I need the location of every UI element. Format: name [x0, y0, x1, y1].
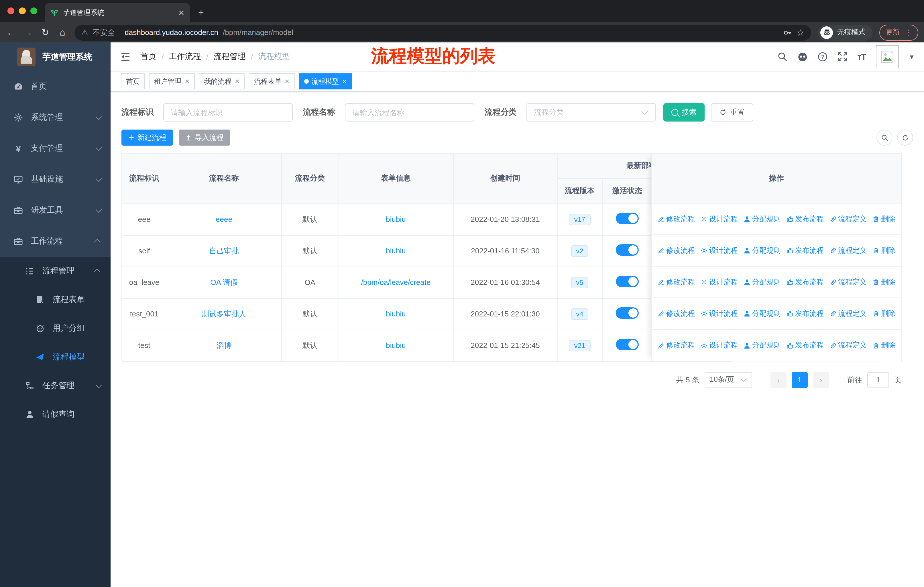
version-badge[interactable]: v2: [571, 245, 588, 256]
process-definition-link[interactable]: 流程定义: [830, 277, 867, 287]
browser-tab[interactable]: 芋道管理系统 ✕: [45, 3, 190, 22]
tag-tenant[interactable]: 租户管理 ✕: [149, 73, 195, 89]
search-button[interactable]: 搜索: [663, 103, 705, 122]
form-info-link[interactable]: biubiu: [386, 341, 406, 350]
version-badge[interactable]: v17: [569, 213, 591, 225]
current-page-button[interactable]: 1: [792, 372, 808, 388]
sidebar-item-home[interactable]: 首页: [0, 71, 111, 102]
close-tag-icon[interactable]: ✕: [185, 78, 190, 85]
update-chrome-button[interactable]: 更新 ⋮: [879, 24, 918, 40]
reset-button[interactable]: 重置: [711, 103, 753, 122]
sidebar-item-task-mgmt[interactable]: 任务管理: [0, 372, 111, 400]
assign-rule-link[interactable]: 分配规则: [744, 309, 781, 318]
publish-process-link[interactable]: 发布流程: [787, 341, 824, 350]
sidebar-item-infra[interactable]: 基础设施: [0, 164, 111, 195]
tag-home[interactable]: 首页: [121, 73, 145, 89]
caret-down-icon[interactable]: ▼: [909, 53, 915, 60]
prev-page-button[interactable]: ‹: [771, 372, 787, 388]
search-icon[interactable]: [777, 51, 787, 62]
sidebar-item-system[interactable]: 系统管理: [0, 102, 111, 133]
design-process-link[interactable]: 设计流程: [701, 214, 738, 224]
tag-my-process[interactable]: 我的流程 ✕: [199, 73, 244, 89]
delete-link[interactable]: 删除: [873, 341, 895, 350]
import-process-button[interactable]: 导入流程: [179, 129, 230, 146]
process-name-link[interactable]: 测试多审批人: [201, 309, 246, 318]
next-page-button[interactable]: ›: [813, 372, 829, 388]
font-size-icon[interactable]: ᴛT: [857, 52, 866, 61]
delete-link[interactable]: 删除: [873, 309, 895, 318]
active-status-toggle[interactable]: [616, 244, 639, 256]
edit-process-link[interactable]: 修改流程: [658, 341, 695, 350]
reload-icon[interactable]: ↻: [40, 27, 50, 38]
form-info-link[interactable]: biubiu: [386, 309, 406, 318]
publish-process-link[interactable]: 发布流程: [787, 277, 824, 287]
tag-process-form[interactable]: 流程表单 ✕: [249, 73, 295, 89]
close-tag-icon[interactable]: ✕: [342, 78, 347, 85]
tag-process-model-active[interactable]: 流程模型 ✕: [299, 73, 352, 89]
edit-process-link[interactable]: 修改流程: [658, 277, 695, 287]
menu-dots-icon[interactable]: ⋮: [904, 28, 912, 37]
active-status-toggle[interactable]: [616, 339, 639, 350]
sidebar-item-user-group[interactable]: 用户分组: [0, 314, 111, 343]
sidebar-item-leave-query[interactable]: 请假查询: [0, 400, 111, 429]
sidebar-item-process-model[interactable]: 流程模型: [0, 343, 111, 372]
process-name-link[interactable]: 自己审批: [209, 246, 239, 255]
minimize-window-button[interactable]: [19, 7, 26, 14]
maximize-window-button[interactable]: [30, 7, 37, 14]
design-process-link[interactable]: 设计流程: [701, 277, 738, 287]
delete-link[interactable]: 删除: [873, 246, 895, 255]
close-tag-icon[interactable]: ✕: [234, 78, 239, 85]
address-bar[interactable]: ⚠ 不安全 dashboard.yudao.iocoder.cn/bpm/man…: [74, 24, 811, 40]
design-process-link[interactable]: 设计流程: [701, 246, 738, 255]
publish-process-link[interactable]: 发布流程: [787, 214, 824, 224]
assign-rule-link[interactable]: 分配规则: [744, 277, 781, 287]
version-badge[interactable]: v5: [571, 276, 588, 288]
sidebar-item-devtools[interactable]: 研发工具: [0, 195, 111, 226]
process-id-input[interactable]: [163, 103, 293, 122]
process-definition-link[interactable]: 流程定义: [830, 246, 867, 255]
key-icon[interactable]: [783, 28, 792, 37]
delete-link[interactable]: 删除: [873, 214, 895, 224]
process-definition-link[interactable]: 流程定义: [830, 309, 867, 318]
fullscreen-icon[interactable]: [837, 51, 848, 62]
form-info-link[interactable]: /bpm/oa/leave/create: [361, 278, 431, 287]
edit-process-link[interactable]: 修改流程: [658, 309, 695, 318]
back-icon[interactable]: ←: [6, 27, 16, 38]
user-avatar[interactable]: [876, 45, 899, 68]
sidebar-item-workflow[interactable]: 工作流程: [0, 226, 111, 257]
sidebar-item-process-form[interactable]: 流程表单: [0, 286, 111, 314]
sidebar-toggle-icon[interactable]: [120, 51, 131, 63]
security-label[interactable]: 不安全: [92, 27, 115, 38]
active-status-toggle[interactable]: [616, 213, 639, 224]
bookmark-star-icon[interactable]: ☆: [797, 27, 804, 38]
form-info-link[interactable]: biubiu: [386, 215, 406, 223]
publish-process-link[interactable]: 发布流程: [787, 246, 824, 255]
breadcrumb-home[interactable]: 首页: [140, 51, 157, 62]
create-process-button[interactable]: 新建流程: [121, 129, 173, 146]
sidebar-item-process-mgmt[interactable]: 流程管理: [0, 257, 111, 286]
process-name-link[interactable]: 滔博: [216, 341, 231, 349]
forward-icon[interactable]: →: [23, 27, 33, 38]
process-name-link[interactable]: OA 请假: [210, 278, 238, 286]
assign-rule-link[interactable]: 分配规则: [744, 214, 781, 224]
close-window-button[interactable]: [7, 7, 14, 14]
toggle-search-button[interactable]: [876, 129, 893, 146]
active-status-toggle[interactable]: [616, 307, 639, 319]
edit-process-link[interactable]: 修改流程: [658, 246, 695, 255]
edit-process-link[interactable]: 修改流程: [658, 214, 695, 224]
process-name-link[interactable]: eeee: [216, 215, 232, 223]
delete-link[interactable]: 删除: [873, 277, 895, 287]
breadcrumb-process-mgmt[interactable]: 流程管理: [214, 51, 246, 62]
goto-page-input[interactable]: [867, 372, 889, 388]
github-icon[interactable]: [797, 51, 807, 62]
refresh-table-button[interactable]: [897, 129, 913, 146]
process-name-input[interactable]: [345, 103, 474, 122]
help-icon[interactable]: [817, 51, 827, 62]
design-process-link[interactable]: 设计流程: [701, 309, 738, 318]
version-badge[interactable]: v21: [569, 340, 591, 351]
version-badge[interactable]: v4: [571, 308, 588, 319]
page-size-select[interactable]: 10条/页: [705, 372, 752, 388]
design-process-link[interactable]: 设计流程: [701, 341, 738, 350]
close-tag-icon[interactable]: ✕: [284, 78, 290, 85]
sidebar-logo[interactable]: 芋道管理系统: [0, 42, 111, 71]
